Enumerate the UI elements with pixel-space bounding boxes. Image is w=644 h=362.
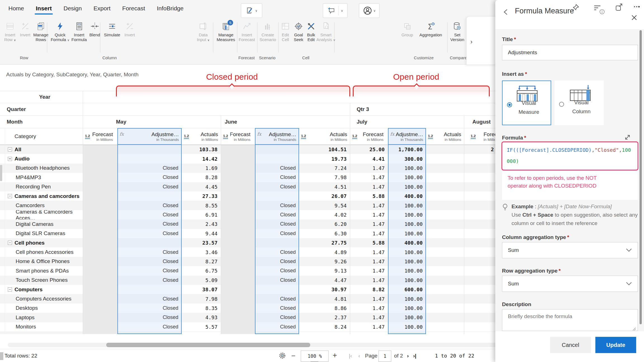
cell-spacer[interactable] xyxy=(299,257,308,266)
row-label-cell[interactable]: All xyxy=(0,145,83,154)
tab-design[interactable]: Design xyxy=(59,2,86,16)
cell-may-actuals[interactable]: 4.93 xyxy=(191,313,221,322)
cell-august-forecast[interactable]: 2 xyxy=(478,145,495,154)
cell-spacer[interactable] xyxy=(299,294,308,303)
cell-june-actuals[interactable]: 4.47 xyxy=(308,276,350,285)
row-label-cell[interactable]: Desktops xyxy=(0,304,83,313)
cell-july-adjustments[interactable]: 1,700.00 xyxy=(388,145,426,154)
cell-july-forecast[interactable]: 1.47 xyxy=(350,173,388,182)
cell-june-forecast[interactable] xyxy=(221,145,255,154)
cell-may-forecast[interactable] xyxy=(83,238,117,247)
cell-spacer[interactable] xyxy=(182,257,191,266)
cell-july-forecast[interactable]: 5.88 xyxy=(350,238,388,247)
cell-may-actuals[interactable]: 4.45 xyxy=(191,182,221,191)
cell-spacer[interactable] xyxy=(182,294,191,303)
cell-july-actuals[interactable] xyxy=(435,247,464,257)
column-header-june-actuals[interactable]: Actualsin Millions xyxy=(308,128,350,145)
row-label-cell[interactable]: Touch Screen Phones xyxy=(0,276,83,285)
cell-june-adjustments[interactable]: Closed xyxy=(255,294,299,303)
cell-spacer[interactable] xyxy=(464,285,478,294)
cell-may-actuals[interactable]: 7.98 xyxy=(191,294,221,303)
cell-may-forecast[interactable] xyxy=(83,304,117,313)
cell-spacer[interactable] xyxy=(464,313,478,322)
cell-july-adjustments[interactable]: 100.00 xyxy=(388,257,426,266)
pin-icon[interactable] xyxy=(571,3,580,12)
collapse-icon[interactable] xyxy=(8,241,12,245)
cell-spacer[interactable] xyxy=(464,210,478,219)
cell-may-actuals[interactable]: 8.35 xyxy=(191,304,221,313)
cell-june-adjustments[interactable]: Closed xyxy=(255,313,299,322)
cell-may-forecast[interactable] xyxy=(83,145,117,154)
cell-july-adjustments[interactable]: 100.00 xyxy=(388,182,426,191)
number-format-icon[interactable]: 1.2 xyxy=(300,128,307,145)
cell-june-forecast[interactable] xyxy=(221,285,255,294)
cell-june-adjustments[interactable]: Closed xyxy=(255,304,299,313)
cell-spacer[interactable] xyxy=(426,219,435,229)
cell-june-actuals[interactable]: 104.51 xyxy=(308,145,350,154)
cell-may-actuals[interactable]: 14.42 xyxy=(191,154,221,163)
cell-june-adjustments[interactable] xyxy=(255,145,299,154)
cell-spacer[interactable] xyxy=(464,294,478,303)
cell-july-forecast[interactable]: 1.47 xyxy=(350,304,388,313)
cell-july-adjustments[interactable]: 100.00 xyxy=(388,294,426,303)
cell-spacer[interactable] xyxy=(182,276,191,285)
collapse-icon[interactable] xyxy=(8,194,12,198)
cell-spacer[interactable] xyxy=(182,173,191,182)
cell-august-forecast[interactable] xyxy=(478,229,495,238)
cell-july-actuals[interactable] xyxy=(435,164,464,173)
row-label-cell[interactable]: MP4&MP3 xyxy=(0,173,83,182)
ribbon-button-quick-formula[interactable]: QuickFormula ∨ xyxy=(51,22,69,53)
cell-june-adjustments[interactable] xyxy=(255,285,299,294)
cell-may-forecast[interactable] xyxy=(83,257,117,266)
cell-may-adjustments[interactable]: Closed xyxy=(117,322,182,332)
ribbon-button-blend[interactable]: Blend xyxy=(88,22,102,53)
cell-spacer[interactable] xyxy=(464,322,478,332)
cell-spacer[interactable] xyxy=(299,322,308,332)
cell-july-adjustments[interactable]: 100.00 xyxy=(388,201,426,210)
cell-may-adjustments[interactable]: Closed xyxy=(117,266,182,275)
cell-july-adjustments[interactable]: 300.00 xyxy=(388,154,426,163)
description-textarea[interactable] xyxy=(502,309,638,331)
cell-july-actuals[interactable] xyxy=(435,145,464,154)
cell-june-adjustments[interactable]: Closed xyxy=(255,266,299,275)
cell-spacer[interactable] xyxy=(299,276,308,285)
cell-august-forecast[interactable] xyxy=(478,304,495,313)
cell-may-forecast[interactable] xyxy=(83,294,117,303)
cell-june-actuals[interactable]: 8.86 xyxy=(308,304,350,313)
cell-spacer[interactable] xyxy=(182,210,191,219)
number-format-icon[interactable]: 1.2 xyxy=(469,128,477,145)
cell-july-adjustments[interactable]: 100.00 xyxy=(388,219,426,229)
cell-june-forecast[interactable] xyxy=(221,229,255,238)
cell-june-actuals[interactable]: 4.02 xyxy=(308,210,350,219)
visual-column-option[interactable]: Visual Column xyxy=(555,81,604,125)
cell-july-adjustments[interactable]: 100.00 xyxy=(388,276,426,285)
cell-spacer[interactable] xyxy=(182,201,191,210)
collapse-icon[interactable] xyxy=(8,287,12,292)
filter-icon[interactable] xyxy=(593,4,602,12)
cell-june-adjustments[interactable]: Closed xyxy=(255,182,299,191)
cell-july-forecast[interactable]: 4.41 xyxy=(350,154,388,163)
add-comment-button[interactable]: ∨ xyxy=(323,3,347,18)
cell-spacer[interactable] xyxy=(464,173,478,182)
cancel-button[interactable]: Cancel xyxy=(550,337,591,353)
cell-spacer[interactable] xyxy=(299,219,308,229)
ribbon-button-goal-seek[interactable]: GoalSeek xyxy=(292,22,305,53)
cell-june-actuals[interactable]: 26.07 xyxy=(308,191,350,201)
tab-insert[interactable]: Insert xyxy=(31,2,56,16)
column-header-june-forecast[interactable]: Forecastin Millions xyxy=(230,128,253,145)
cell-may-forecast[interactable] xyxy=(83,191,117,201)
cell-may-adjustments[interactable] xyxy=(117,191,182,201)
cell-may-actuals[interactable]: 5.57 xyxy=(191,322,221,332)
account-button[interactable]: ∨ xyxy=(359,3,380,18)
cell-may-actuals[interactable]: 5.09 xyxy=(191,276,221,285)
cell-june-adjustments[interactable] xyxy=(255,191,299,201)
ribbon-button-bulk-edit[interactable]: BulkEdit xyxy=(305,22,317,53)
cell-may-actuals[interactable]: 1.69 xyxy=(191,164,221,173)
column-header-may-adjustments[interactable]: Adjustme…in Thousandsfx xyxy=(117,128,182,145)
cell-spacer[interactable] xyxy=(426,229,435,238)
panel-scrollbar-thumb[interactable] xyxy=(640,30,642,324)
cell-spacer[interactable] xyxy=(299,285,308,294)
cell-july-adjustments[interactable]: 100.00 xyxy=(388,304,426,313)
cell-may-adjustments[interactable]: Closed xyxy=(117,164,182,173)
column-header-july-actuals[interactable]: Actualsin Millions xyxy=(435,128,464,145)
